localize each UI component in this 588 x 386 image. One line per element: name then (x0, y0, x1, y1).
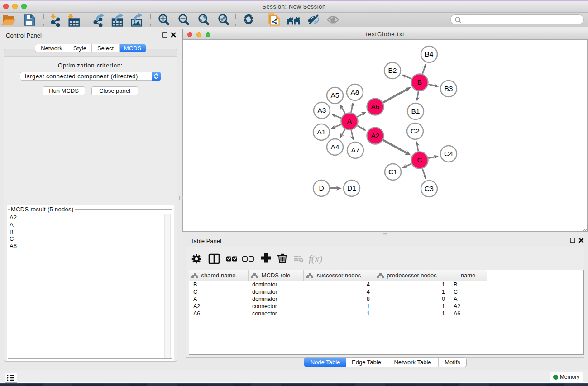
svg-text:B2: B2 (388, 67, 397, 74)
svg-text:A1: A1 (317, 128, 326, 136)
svg-text:B: B (417, 78, 422, 86)
svg-text:B4: B4 (425, 50, 434, 58)
svg-text:C: C (417, 156, 422, 164)
svg-text:C3: C3 (425, 185, 434, 192)
svg-text:A5: A5 (331, 91, 339, 99)
svg-text:A8: A8 (351, 88, 359, 96)
svg-text:A: A (347, 117, 352, 125)
svg-text:C4: C4 (444, 150, 453, 157)
svg-text:D1: D1 (347, 184, 356, 192)
svg-text:A4: A4 (331, 143, 339, 151)
svg-text:f(x): f(x) (309, 253, 323, 264)
svg-text:C2: C2 (411, 127, 420, 135)
svg-text:B3: B3 (445, 85, 453, 92)
svg-text:D: D (319, 184, 324, 192)
svg-text:C1: C1 (388, 168, 397, 176)
svg-text:A6: A6 (371, 103, 380, 110)
svg-text:A3: A3 (318, 106, 326, 114)
svg-text:A7: A7 (351, 146, 360, 154)
svg-text:B1: B1 (411, 107, 420, 115)
svg-text:A2: A2 (371, 132, 380, 139)
